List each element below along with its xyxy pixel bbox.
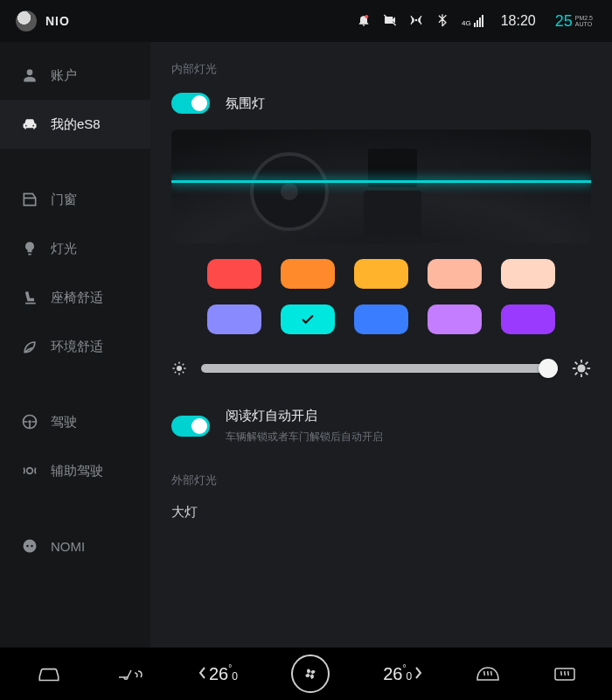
sidebar-item-adas[interactable]: 辅助驾驶: [0, 446, 150, 495]
svg-point-4: [28, 420, 31, 423]
dashboard-illustration: [171, 130, 591, 243]
door-icon: [21, 191, 38, 208]
svg-line-14: [175, 364, 177, 366]
svg-point-9: [177, 366, 182, 371]
sidebar-item-nomi[interactable]: NOMI: [0, 522, 150, 570]
sidebar-item-my-es8[interactable]: 我的eS8: [0, 100, 150, 149]
sidebar-item-env[interactable]: 环境舒适: [0, 322, 150, 371]
pm25-indicator: 25 PM2.5 AUTO: [555, 12, 593, 31]
sidebar-item-drive[interactable]: 驾驶: [0, 397, 150, 446]
sidebar-item-label: NOMI: [51, 539, 85, 554]
status-bar: NIO 4G 18:20 25 PM2.5 AUTO: [0, 0, 612, 42]
nomi-icon: [21, 537, 38, 555]
color-swatch[interactable]: [428, 304, 482, 334]
brand-label: NIO: [45, 14, 70, 28]
temp-right-value: 26°0: [383, 664, 412, 684]
color-swatch[interactable]: [207, 304, 261, 334]
bottom-bar: 26°0 26°0: [0, 648, 612, 700]
ambient-light-label: 氛围灯: [226, 95, 265, 112]
car-front-icon: [36, 664, 62, 683]
svg-point-18: [577, 364, 585, 372]
car-front-button[interactable]: [36, 664, 62, 683]
sidebar-item-label: 账户: [51, 67, 77, 84]
sidebar-item-label: 座椅舒适: [51, 290, 103, 306]
svg-line-15: [183, 372, 184, 374]
svg-point-27: [309, 672, 312, 676]
color-swatch[interactable]: [428, 259, 482, 289]
steering-icon: [21, 413, 38, 430]
brightness-high-icon: [572, 359, 591, 378]
defrost-rear-icon: [553, 664, 576, 683]
airflow-icon: [115, 664, 145, 683]
chevron-left-icon: [198, 666, 207, 680]
fan-icon: [301, 664, 320, 683]
signal-icon[interactable]: 4G: [462, 15, 483, 27]
svg-line-23: [575, 362, 578, 365]
color-swatch[interactable]: [354, 304, 408, 334]
brightness-low-icon: [171, 360, 187, 376]
svg-point-2: [415, 18, 418, 21]
sidebar-item-label: 门窗: [51, 192, 77, 208]
color-swatch[interactable]: [281, 259, 335, 289]
person-icon: [21, 66, 38, 84]
clock: 18:20: [501, 13, 536, 29]
svg-point-5: [27, 468, 33, 474]
temp-right-button[interactable]: 26°0: [383, 664, 422, 684]
color-swatch[interactable]: [501, 259, 555, 289]
camera-off-icon[interactable]: [383, 13, 397, 30]
sidebar-item-label: 辅助驾驶: [51, 463, 103, 480]
sidebar-item-label: 驾驶: [51, 414, 77, 430]
defrost-rear-button[interactable]: [553, 664, 576, 683]
sidebar-item-label: 环境舒适: [51, 339, 103, 355]
reading-light-label: 阅读灯自动开启: [226, 408, 383, 424]
sidebar-item-account[interactable]: 账户: [0, 51, 150, 100]
svg-line-24: [586, 373, 588, 375]
svg-line-16: [183, 364, 184, 366]
color-swatch[interactable]: [281, 304, 335, 334]
interior-section-title: 内部灯光: [171, 61, 591, 77]
chevron-right-icon: [414, 666, 422, 680]
leaf-icon: [21, 338, 38, 355]
sidebar-item-label: 灯光: [51, 241, 77, 257]
reading-light-toggle[interactable]: [171, 416, 210, 437]
defrost-front-button[interactable]: [476, 664, 500, 683]
color-swatch[interactable]: [501, 304, 555, 334]
adas-icon: [21, 462, 38, 480]
headlight-label: 大灯: [171, 504, 591, 521]
temp-left-button[interactable]: 26°0: [198, 664, 238, 684]
svg-line-17: [175, 372, 177, 374]
svg-point-0: [365, 15, 368, 18]
sidebar-item-doors[interactable]: 门窗: [0, 175, 150, 224]
color-swatch[interactable]: [354, 259, 408, 289]
svg-point-6: [24, 540, 37, 553]
seat-icon: [21, 289, 38, 306]
svg-line-26: [575, 373, 578, 375]
brightness-slider[interactable]: [201, 364, 558, 373]
color-swatch-grid: [171, 259, 591, 334]
reading-light-subtitle: 车辆解锁或者车门解锁后自动开启: [226, 430, 383, 444]
notification-icon[interactable]: [357, 13, 371, 30]
color-swatch[interactable]: [207, 259, 261, 289]
sidebar-item-lights[interactable]: 灯光: [0, 224, 150, 273]
temp-left-value: 26°0: [209, 664, 238, 684]
fan-button[interactable]: [291, 654, 330, 693]
svg-point-7: [26, 545, 29, 548]
sidebar-item-seat[interactable]: 座椅舒适: [0, 273, 150, 322]
sidebar: 账户 我的eS8 门窗 灯光 座椅舒适 环境舒适 驾驶 辅: [0, 42, 150, 648]
airflow-button[interactable]: [115, 664, 145, 683]
defrost-front-icon: [476, 664, 500, 683]
exterior-section-title: 外部灯光: [171, 472, 591, 488]
svg-point-8: [31, 545, 33, 548]
check-icon: [300, 312, 316, 327]
brightness-thumb[interactable]: [539, 359, 558, 378]
bulb-icon: [21, 240, 38, 257]
ambient-light-toggle[interactable]: [171, 93, 210, 114]
brightness-slider-row: [171, 359, 591, 378]
svg-line-25: [586, 362, 588, 365]
audio-icon[interactable]: [409, 13, 423, 30]
car-icon: [21, 116, 38, 133]
status-icons: 4G 18:20 25 PM2.5 AUTO: [357, 12, 593, 31]
bluetooth-icon[interactable]: [435, 13, 449, 30]
sidebar-item-label: 我的eS8: [51, 116, 101, 133]
avatar[interactable]: [16, 10, 37, 32]
